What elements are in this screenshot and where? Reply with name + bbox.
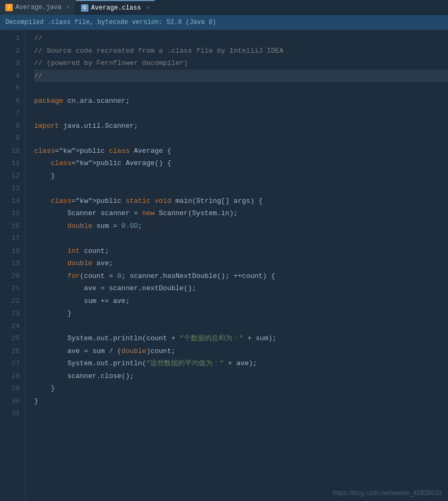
line-number: 20 [5, 270, 20, 283]
line-number: 12 [5, 170, 20, 183]
code-line: double sum = 0.0D; [34, 220, 448, 233]
line-number: 11 [5, 157, 20, 170]
line-number: 3 [5, 57, 20, 70]
code-line [34, 107, 448, 120]
code-line: } [34, 170, 448, 183]
code-line: sum += ave; [34, 295, 448, 308]
line-number: 13 [5, 182, 20, 195]
code-line [34, 132, 448, 145]
code-line: // [34, 70, 448, 83]
code-line: // (powered by Fernflower decompiler) [34, 57, 448, 70]
code-line: class="kw">public class Average { [34, 145, 448, 158]
line-number: 22 [5, 295, 20, 308]
line-number: 24 [5, 320, 20, 333]
line-number: 27 [5, 357, 20, 370]
line-number: 14 [5, 195, 20, 208]
code-content[interactable]: //// Source code recreated from a .class… [26, 30, 448, 501]
code-line: // [34, 32, 448, 45]
line-number: 29 [5, 382, 20, 395]
line-number: 7 [5, 107, 20, 120]
tab-java-label: Average.java [15, 4, 61, 11]
code-line: class="kw">public Average() { [34, 157, 448, 170]
tab-class-close[interactable]: × [146, 5, 150, 11]
line-number: 30 [5, 395, 20, 408]
watermark: https://blog.csdn.net/weixin_45935633 [333, 489, 442, 497]
tab-class[interactable]: C Average.class × [76, 0, 155, 15]
code-line [34, 82, 448, 95]
line-number: 15 [5, 207, 20, 220]
code-line: package cn.ara.scanner; [34, 95, 448, 108]
line-number: 5 [5, 82, 20, 95]
code-line: Scanner scanner = new Scanner(System.in)… [34, 207, 448, 220]
info-bar-text: Decompiled .class file, bytecode version… [5, 19, 216, 26]
line-number: 9 [5, 132, 20, 145]
code-line: System.out.println(count + "个数据的总和为：" + … [34, 332, 448, 345]
class-icon: C [81, 4, 88, 12]
code-line: for(count = 0; scanner.hasNextDouble(); … [34, 270, 448, 283]
code-line: int count; [34, 245, 448, 258]
tab-java-close[interactable]: × [66, 4, 70, 11]
code-line [34, 182, 448, 195]
tab-java[interactable]: J Average.java × [0, 0, 76, 15]
code-line: // Source code recreated from a .class f… [34, 45, 448, 58]
tab-bar: J Average.java × C Average.class × [0, 0, 448, 15]
line-numbers: 1234567891011121314151617181920212223242… [0, 30, 26, 501]
line-number: 21 [5, 282, 20, 295]
code-line [34, 232, 448, 245]
line-number: 4 [5, 70, 20, 83]
code-line: } [34, 307, 448, 320]
line-number: 28 [5, 370, 20, 383]
code-line: double ave; [34, 257, 448, 270]
line-number: 1 [5, 32, 20, 45]
line-number: 2 [5, 45, 20, 58]
code-line: import java.util.Scanner; [34, 120, 448, 133]
code-line: class="kw">public static void main(Strin… [34, 195, 448, 208]
info-bar: Decompiled .class file, bytecode version… [0, 15, 448, 30]
java-icon: J [5, 4, 13, 11]
line-number: 19 [5, 257, 20, 270]
code-area: 1234567891011121314151617181920212223242… [0, 30, 448, 501]
line-number: 8 [5, 120, 20, 133]
line-number: 18 [5, 245, 20, 258]
code-line [34, 320, 448, 333]
line-number: 31 [5, 407, 20, 420]
line-number: 25 [5, 332, 20, 345]
line-number: 16 [5, 220, 20, 233]
code-line: scanner.close(); [34, 370, 448, 383]
line-number: 6 [5, 95, 20, 108]
code-line: ave = sum / (double)count; [34, 345, 448, 358]
line-number: 17 [5, 232, 20, 245]
code-line: ave = scanner.nextDouble(); [34, 282, 448, 295]
code-line [34, 407, 448, 420]
code-line: System.out.println("这些数据的平均值为：" + ave); [34, 357, 448, 370]
line-number: 10 [5, 145, 20, 158]
code-line: } [34, 395, 448, 408]
line-number: 26 [5, 345, 20, 358]
line-number: 23 [5, 307, 20, 320]
tab-class-label: Average.class [91, 4, 141, 12]
code-line: } [34, 382, 448, 395]
